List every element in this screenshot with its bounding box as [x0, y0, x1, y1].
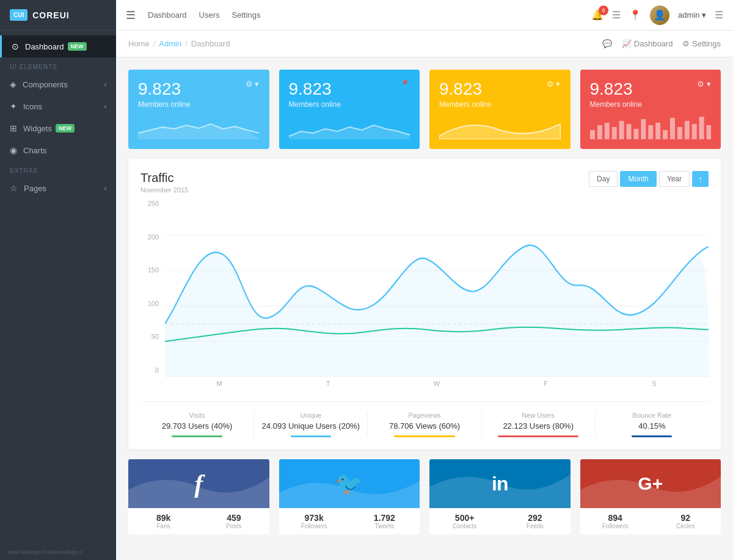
content-area: Home / Admin / Dashboard 💬 📈 Dashboard ⚙…	[116, 31, 733, 560]
period-month-button[interactable]: Month	[620, 171, 656, 187]
topnav-link-dashboard[interactable]: Dashboard	[148, 8, 187, 22]
svg-rect-14	[691, 124, 696, 139]
x-label-m: M	[165, 380, 274, 395]
card-location-icon[interactable]: 📍	[400, 79, 410, 89]
breadcrumb: Home / Admin / Dashboard	[128, 39, 230, 48]
sidebar-item-charts[interactable]: ◉ Charts	[0, 139, 116, 161]
sidebar-item-icons[interactable]: ✦ Icons ‹	[0, 95, 116, 117]
components-icon: ◈	[10, 79, 16, 89]
twitter-tweets-label: Tweets	[352, 523, 417, 529]
x-label-s: S	[600, 380, 709, 395]
twitter-followers-label: Followers	[282, 523, 347, 529]
stat-newusers-value: 22.123 Users (80%)	[488, 421, 589, 431]
svg-rect-10	[663, 130, 668, 139]
extras-label: EXTRAS	[0, 161, 116, 177]
card-header: 9.823 Members online ⚙ ▾	[138, 79, 260, 109]
sidebar-footer: www.heritagechristiancollege.c	[0, 544, 116, 560]
stat-pageviews-label: Pageviews	[374, 412, 475, 419]
sidebar-item-pages[interactable]: ☆ Pages ‹	[0, 177, 116, 199]
traffic-header: Traffic November 2015 Day Month Year ↑	[140, 171, 709, 194]
y-label: 100	[140, 300, 159, 307]
period-year-button[interactable]: Year	[659, 171, 690, 187]
chevron-icon: ‹	[104, 81, 106, 88]
svg-rect-0	[590, 130, 595, 139]
sidebar-item-dashboard[interactable]: ⊙ Dashboard NEW	[0, 35, 116, 57]
facebook-icon: f	[194, 469, 203, 498]
svg-rect-12	[677, 127, 682, 139]
facebook-posts: 459	[201, 513, 266, 523]
topnav-menu-icon[interactable]: ☰	[715, 9, 723, 21]
stat-card-1: 9.823 Members online ⚙ ▾	[128, 70, 269, 149]
card-chart-4	[590, 112, 712, 139]
avatar[interactable]: 👤	[650, 5, 669, 25]
x-label-t: T	[274, 380, 382, 395]
stat-cards-row: 9.823 Members online ⚙ ▾ 9.823 Mem	[116, 57, 733, 149]
linkedin-feeds-label: Feeds	[502, 523, 567, 529]
breadcrumb-admin[interactable]: Admin	[159, 39, 181, 48]
sidebar-item-widgets[interactable]: ⊞ Widgets NEW	[0, 117, 116, 139]
breadcrumb-settings-link[interactable]: ⚙ Settings	[682, 39, 721, 48]
social-card-linkedin: in 500+ Contacts 292 Feeds	[429, 459, 571, 534]
breadcrumb-dashboard-link[interactable]: 📈 Dashboard	[622, 39, 673, 48]
card-label: Members online	[590, 100, 642, 109]
charts-icon: ◉	[10, 145, 17, 155]
svg-rect-5	[626, 124, 631, 139]
card-value-group: 9.823 Members online	[590, 79, 642, 109]
linkedin-stats: 500+ Contacts 292 Feeds	[429, 508, 571, 534]
stat-visits-value: 29.703 Users (40%)	[147, 421, 247, 431]
googleplus-circles-label: Circles	[653, 523, 718, 529]
main-content: ☰ Dashboard Users Settings 🔔 6 ☰ 📍 👤 adm…	[116, 0, 733, 560]
notification-count: 6	[599, 5, 608, 15]
svg-rect-6	[633, 129, 638, 139]
facebook-posts-label: Posts	[201, 523, 266, 529]
googleplus-circles: 92	[653, 513, 718, 523]
twitter-banner: 🐦	[279, 459, 420, 508]
comment-icon[interactable]: 💬	[602, 39, 612, 48]
pages-icon: ☆	[10, 183, 18, 193]
social-card-facebook: f 89k Fans 459 Posts	[128, 459, 269, 534]
twitter-followers: 973k	[282, 513, 347, 523]
notification-bell[interactable]: 🔔 6	[591, 9, 604, 21]
card-value: 9.823	[439, 79, 491, 99]
linkedin-stat1: 500+ Contacts	[429, 508, 500, 534]
card-settings-icon2[interactable]: ⚙ ▾	[547, 79, 561, 89]
svg-rect-1	[597, 125, 602, 139]
stat-bounce-value: 40.15%	[602, 421, 702, 431]
linkedin-contacts: 500+	[432, 513, 497, 523]
stat-card-2: 9.823 Members online 📍	[279, 70, 420, 149]
user-menu[interactable]: admin ▾	[678, 10, 706, 20]
sidebar-item-components[interactable]: ◈ Components ‹	[0, 73, 116, 95]
linkedin-stat2: 292 Feeds	[500, 508, 570, 534]
topnav-link-settings[interactable]: Settings	[232, 8, 261, 22]
y-label: 50	[140, 333, 159, 340]
period-day-button[interactable]: Day	[589, 171, 618, 187]
card-label: Members online	[289, 100, 341, 109]
list-icon[interactable]: ☰	[612, 9, 621, 21]
breadcrumb-home[interactable]: Home	[128, 39, 150, 48]
facebook-banner: f	[128, 459, 269, 508]
upload-button[interactable]: ↑	[692, 171, 709, 187]
breadcrumb-sep: /	[153, 39, 156, 48]
card-settings-icon3[interactable]: ⚙ ▾	[697, 79, 711, 89]
stat-item-visits: Visits 29.703 Users (40%)	[140, 412, 254, 437]
location-icon[interactable]: 📍	[629, 9, 641, 21]
googleplus-banner: G+	[580, 459, 721, 508]
twitter-stats: 973k Followers 1.792 Tweets	[279, 508, 420, 534]
sidebar-item-label: Widgets	[23, 124, 52, 133]
card-settings-icon[interactable]: ⚙ ▾	[246, 79, 260, 89]
breadcrumb-actions: 💬 📈 Dashboard ⚙ Settings	[602, 39, 721, 48]
card-value: 9.823	[289, 79, 341, 99]
x-label-f: F	[491, 380, 600, 395]
hamburger-icon[interactable]: ☰	[126, 9, 136, 22]
card-chart-2	[289, 112, 410, 139]
googleplus-followers-label: Followers	[583, 523, 648, 529]
twitter-stat2: 1.792 Tweets	[349, 508, 420, 534]
linkedin-feeds: 292	[502, 513, 567, 523]
traffic-subtitle: November 2015	[140, 186, 188, 194]
card-header: 9.823 Members online ⚙ ▾	[439, 79, 561, 109]
linkedin-banner: in	[429, 459, 571, 508]
logo-box: CUI	[10, 9, 27, 21]
card-value-group: 9.823 Members online	[138, 79, 190, 109]
topnav-links: Dashboard Users Settings	[148, 8, 261, 22]
topnav-link-users[interactable]: Users	[199, 8, 220, 22]
